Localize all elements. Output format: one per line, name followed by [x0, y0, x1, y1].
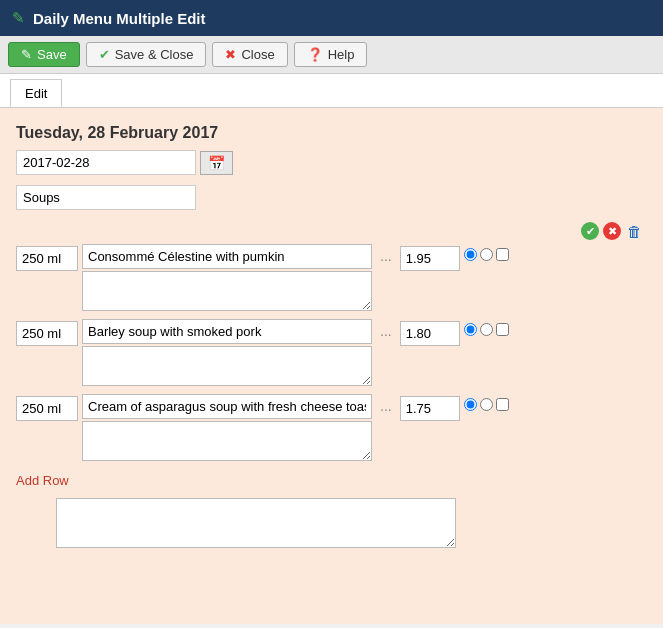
radio-empty-3[interactable]: [480, 398, 493, 411]
calendar-button[interactable]: 📅: [200, 151, 233, 175]
date-input-row: 📅: [16, 150, 647, 175]
checkbox-1[interactable]: [496, 248, 509, 261]
help-icon: ❓: [307, 47, 323, 62]
main-content: Tuesday, 28 February 2017 📅 ✔ ✖ 🗑 ...: [0, 108, 663, 624]
action-icons-row: ✔ ✖ 🗑: [16, 222, 647, 240]
item-name-input-3[interactable]: [82, 394, 372, 419]
table-row: ...: [16, 244, 647, 311]
add-row-link[interactable]: Add Row: [16, 473, 69, 488]
price-input-1[interactable]: [400, 246, 460, 271]
edit-icon: ✎: [12, 9, 25, 27]
qty-input-2[interactable]: [16, 321, 78, 346]
close-button[interactable]: ✖ Close: [212, 42, 287, 67]
table-row: ...: [16, 394, 647, 461]
radio-empty-2[interactable]: [480, 323, 493, 336]
item-name-input-2[interactable]: [82, 319, 372, 344]
price-input-3[interactable]: [400, 396, 460, 421]
bottom-textarea[interactable]: [56, 498, 456, 548]
item-name-input-1[interactable]: [82, 244, 372, 269]
checkbox-3[interactable]: [496, 398, 509, 411]
dots-button-2[interactable]: ...: [376, 321, 396, 341]
x-icon: ✖: [225, 47, 236, 62]
date-heading: Tuesday, 28 February 2017: [16, 124, 647, 142]
item-area-3: [82, 394, 372, 461]
qty-input-3[interactable]: [16, 396, 78, 421]
table-row: ...: [16, 319, 647, 386]
radio-check-3: [464, 398, 509, 411]
radio-check-1: [464, 248, 509, 261]
title-bar: ✎ Daily Menu Multiple Edit: [0, 0, 663, 36]
radio-empty-1[interactable]: [480, 248, 493, 261]
radio-filled-1[interactable]: [464, 248, 477, 261]
trash-icon[interactable]: 🗑: [625, 222, 643, 240]
item-desc-3[interactable]: [82, 421, 372, 461]
radio-check-2: [464, 323, 509, 336]
item-desc-2[interactable]: [82, 346, 372, 386]
tab-edit[interactable]: Edit: [10, 79, 62, 107]
add-green-icon[interactable]: ✔: [581, 222, 599, 240]
bottom-area: [56, 498, 647, 551]
remove-red-icon[interactable]: ✖: [603, 222, 621, 240]
save-button[interactable]: ✎ Save: [8, 42, 80, 67]
date-input[interactable]: [16, 150, 196, 175]
toolbar: ✎ Save ✔ Save & Close ✖ Close ❓ Help: [0, 36, 663, 74]
checkbox-2[interactable]: [496, 323, 509, 336]
checkmark-icon: ✔: [99, 47, 110, 62]
page-title: Daily Menu Multiple Edit: [33, 10, 206, 27]
radio-filled-2[interactable]: [464, 323, 477, 336]
save-icon: ✎: [21, 47, 32, 62]
item-desc-1[interactable]: [82, 271, 372, 311]
price-input-2[interactable]: [400, 321, 460, 346]
item-area-1: [82, 244, 372, 311]
help-button[interactable]: ❓ Help: [294, 42, 368, 67]
save-close-button[interactable]: ✔ Save & Close: [86, 42, 207, 67]
radio-filled-3[interactable]: [464, 398, 477, 411]
tab-bar: Edit: [0, 74, 663, 108]
dots-button-1[interactable]: ...: [376, 246, 396, 266]
category-input[interactable]: [16, 185, 196, 210]
item-area-2: [82, 319, 372, 386]
qty-input-1[interactable]: [16, 246, 78, 271]
dots-button-3[interactable]: ...: [376, 396, 396, 416]
